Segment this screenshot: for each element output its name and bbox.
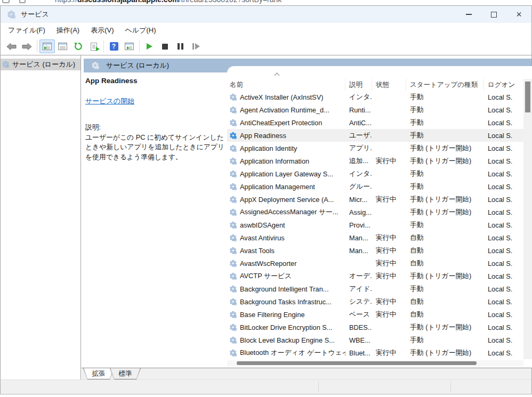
service-gear-icon [229,119,237,127]
service-name-cell: Application Management [227,180,345,193]
service-startup-type-cell: 手動 (トリガー開始) [406,321,484,334]
menu-view[interactable]: 表示(V) [91,26,114,35]
properties-button[interactable] [55,39,70,53]
restart-service-button[interactable] [188,39,204,53]
service-row[interactable]: AppX Deployment Service (A...Micr...実行中手… [227,193,523,206]
main-area: サービス (ローカル) サービス (ローカル) App Readiness サー… [1,55,531,379]
back-icon [6,43,17,50]
service-gear-icon [229,285,237,293]
pause-service-icon [178,43,183,50]
service-startup-type-cell: 手動 [406,129,484,142]
service-row[interactable]: Block Level Backup Engine S...WBE...手動Lo… [227,334,523,346]
refresh-button[interactable] [70,39,86,53]
horizontal-scrollbar[interactable] [227,360,523,367]
help-button[interactable]: ? [106,39,122,53]
service-row[interactable]: Application Information追加...実行中手動 (トリガー開… [227,155,523,167]
service-name-cell: AssignedAccessManager サー... [227,206,345,218]
service-row[interactable]: Bluetooth オーディオ ゲートウェイ...Bluet...実行中手動 (… [227,346,523,359]
forward-button[interactable] [19,39,35,53]
start-service-button[interactable] [142,39,157,53]
service-row[interactable]: aswbIDSAgentProvi...手動Local S. [227,218,523,231]
vertical-scrollbar[interactable] [523,79,532,359]
service-row[interactable]: ActiveX Installer (AxInstSV)インタ...手動Loca… [227,91,523,103]
service-name-cell: Avast Tools [227,244,345,257]
service-info-panel: App Readiness サービスの開始 説明: ユーザーがこの PC に初め… [85,77,225,162]
service-description-cell: 追加... [345,155,372,167]
service-row[interactable]: Agent Activation Runtime_d...Runti...手動L… [227,103,523,116]
service-row[interactable]: Base Filtering Engineベース ...実行中自動Local S… [227,308,523,321]
show-action-pane-button[interactable] [122,39,137,53]
service-gear-icon [229,132,237,140]
service-logon-cell: Local S. [484,91,523,103]
menu-action[interactable]: 操作(A) [57,26,79,35]
browser-url-text: https://discussionsjapan.apple.com/threa… [55,0,281,4]
service-description-cell: アプリ... [345,142,372,155]
services-window: サービス × ファイル(F) 操作(A) 表示(V) ヘルプ(H) [0,5,532,394]
properties-icon [58,43,67,50]
service-gear-icon [229,196,237,204]
column-header-name[interactable]: 名前 [227,79,345,91]
service-description-cell [345,257,372,270]
service-status-cell [372,334,406,346]
service-row[interactable]: Avast ToolsMan...実行中自動Local S. [227,244,523,257]
service-startup-type-cell: 手動 (トリガー開始) [406,270,484,282]
column-header-status[interactable]: 状態 [372,79,406,91]
service-row[interactable]: App Readinessユーザ...手動Local S. [227,129,523,142]
browser-page-icon [19,0,26,3]
service-row[interactable]: AvastWscReporter実行中自動Local S. [227,257,523,270]
service-gear-icon [229,349,237,357]
service-row[interactable]: AVCTP サービスオーデ...実行中手動 (トリガー開始)Local S. [227,270,523,282]
service-startup-type-cell: 手動 [406,91,484,103]
service-row[interactable]: Background Tasks Infrastruc...システ...実行中自… [227,295,523,308]
service-description-cell: Man... [345,244,372,257]
horizontal-scrollbar-thumb[interactable] [237,361,477,365]
service-startup-type-cell: 手動 [406,334,484,346]
service-startup-type-cell: 手動 [406,282,484,295]
column-header-description[interactable]: 説明 [345,79,372,91]
service-logon-cell: Local S. [484,116,523,129]
show-console-tree-button[interactable] [39,39,55,53]
minimize-button[interactable] [456,6,481,23]
service-row[interactable]: AntiCheatExpert ProtectionAntiC...手動Loca… [227,116,523,129]
column-header-logon[interactable]: ログオン [484,79,523,91]
service-status-cell: 実行中 [372,155,406,167]
vertical-scrollbar-thumb[interactable] [525,82,530,112]
service-list: 名前 説明 状態 スタートアップの種類 ログオン ActiveX Install… [227,66,532,368]
service-gear-icon [229,234,237,242]
background-browser-address-bar[interactable]: https://discussionsjapan.apple.com/threa… [0,0,532,5]
export-list-button[interactable] [86,39,101,53]
start-service-link[interactable]: サービスの開始 [85,96,134,106]
tab-standard[interactable]: 標準 [110,368,141,379]
stop-service-button[interactable] [157,39,173,53]
browser-tab-icon [2,0,10,3]
service-status-cell: 実行中 [372,308,406,321]
menu-file[interactable]: ファイル(F) [8,26,45,35]
close-button[interactable]: × [506,6,531,23]
service-row[interactable]: AssignedAccessManager サー...Assig...手動 (ト… [227,206,523,218]
service-name-cell: AVCTP サービス [227,270,345,282]
services-gear-icon [91,61,100,70]
service-gear-icon [229,323,237,331]
service-description-cell: Provi... [345,218,372,231]
selected-service-title: App Readiness [85,77,225,85]
service-gear-icon [229,170,237,178]
service-row[interactable]: Application Layer Gateway S...インタ...手動Lo… [227,167,523,180]
maximize-button[interactable] [481,6,506,23]
service-logon-cell: Local S. [484,257,523,270]
service-logon-cell: Local S. [484,295,523,308]
service-status-cell [372,91,406,103]
service-logon-cell: Local S. [484,180,523,193]
back-button[interactable] [4,39,19,53]
pause-service-button[interactable] [173,39,188,53]
service-row[interactable]: BitLocker Drive Encryption S...BDES...手動… [227,321,523,334]
service-row[interactable]: Avast AntivirusMan...実行中自動Local S. [227,231,523,244]
service-name-cell: Application Layer Gateway S... [227,167,345,180]
column-header-startup-type[interactable]: スタートアップの種類 [406,79,484,91]
service-row[interactable]: Application Identityアプリ...手動 (トリガー開始)Loc… [227,142,523,155]
service-row[interactable]: Application Managementグルー...手動Local S. [227,180,523,193]
menu-help[interactable]: ヘルプ(H) [125,26,156,35]
tree-item-services-local[interactable]: サービス (ローカル) [1,59,80,70]
toolbar-separator [37,40,37,52]
service-row[interactable]: Background Intelligent Tran...アイド...手動Lo… [227,282,523,295]
title-bar[interactable]: サービス × [1,6,531,23]
